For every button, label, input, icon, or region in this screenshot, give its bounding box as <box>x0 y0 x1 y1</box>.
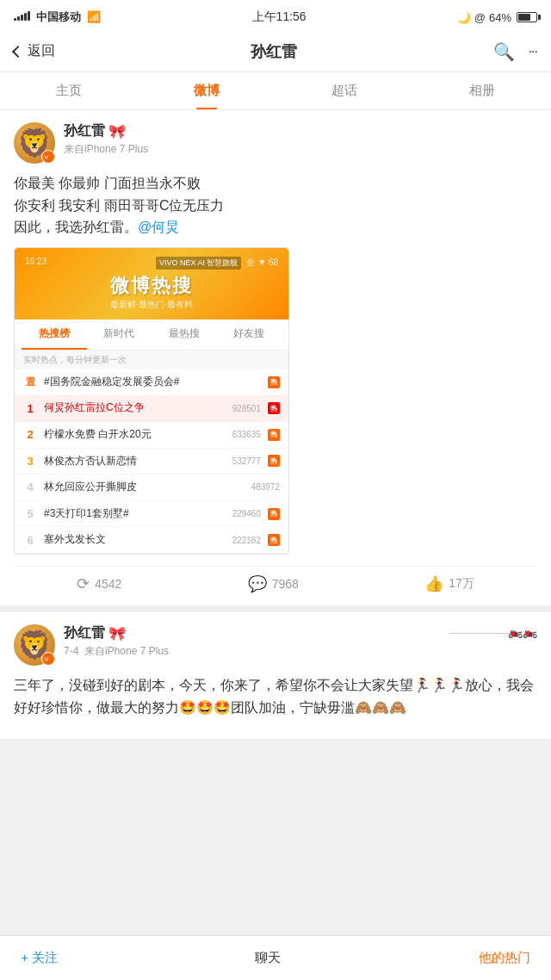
vivo-badge: VIVO NEX AI 智慧旗舰 <box>156 257 242 270</box>
post-header-2: V 孙红雷 🎀 7-4 来自iPhone 7 Plus <box>14 624 537 666</box>
hotlist-rank-4: 4 <box>23 481 37 493</box>
hotlist-rank-2: 2 <box>23 428 37 441</box>
tab-album[interactable]: 相册 <box>413 72 551 109</box>
chevron-left-icon <box>12 45 24 57</box>
hotlist-badge-0: 热 <box>268 376 280 388</box>
avatar-wrap-1: V <box>14 122 55 164</box>
status-carrier: 中国移动 📶 <box>14 9 101 25</box>
repost-count: 4542 <box>95 577 121 591</box>
verify-badge-2: V <box>41 652 55 666</box>
hotlist-item-4: 4 林允回应公开撕脚皮 483972 <box>15 474 288 501</box>
hotlist-item-6: 6 塞外戈发长文 222182 热 <box>15 527 288 554</box>
hotlist-header: 16:23 VIVO NEX AI 智慧旗舰 全 ▼ 68 微博热搜 最新鲜·最… <box>15 248 288 319</box>
hotlist-tab-2: 最热搜 <box>152 319 217 350</box>
post-content-1: 你最美 你最帅 门面担当永不败 你安利 我安利 雨田哥哥C位无压力 因此，我选孙… <box>14 172 537 239</box>
like-icon: 👍 <box>424 574 443 593</box>
hotlist-item-3: 3 林俊杰方否认新恋情 532777 热 <box>15 449 288 475</box>
hotlist-item-text-2: 柠檬水免费 白开水20元 <box>44 428 226 442</box>
tab-weibo[interactable]: 微博 <box>138 72 276 109</box>
hotlist-badge-2: 热 <box>268 429 280 441</box>
hotlist-count-1: 928501 <box>232 404 261 413</box>
hotlist-rank-3: 3 <box>23 455 37 468</box>
comment-icon: 💬 <box>248 574 267 593</box>
hotlist-item-text-4: 林允回应公开撕脚皮 <box>44 481 245 494</box>
feed: V 孙红雷 🎀 来自iPhone 7 Plus 你最美 你最帅 门面担当永不败 … <box>0 110 551 739</box>
post-user-info-2: 孙红雷 🎀 7-4 来自iPhone 7 Plus <box>64 624 537 659</box>
hotlist-tabs: 热搜榜 新时代 最热搜 好友搜 <box>15 319 288 350</box>
post-source-1: 来自iPhone 7 Plus <box>64 142 537 157</box>
post-card-1: V 孙红雷 🎀 来自iPhone 7 Plus 你最美 你最帅 门面担当永不败 … <box>0 110 551 605</box>
hotlist-badge-1: 热 <box>268 402 280 414</box>
hot-posts-button[interactable]: 他的热门 <box>479 950 530 966</box>
verify-badge-1: V <box>41 150 55 164</box>
post-content-2: 三年了，没碰到好的剧本，今天，你来了，希望你不会让大家失望🏃‍♀️🏃‍♀️🏃‍♀… <box>14 674 537 718</box>
post-username-1: 孙红雷 🎀 <box>64 122 537 140</box>
hotlist-item-1: 1 何炅孙红雷拉C位之争 928501 热 <box>15 395 288 422</box>
comment-button[interactable]: 💬 7968 <box>248 574 299 593</box>
nav-bar: 返回 孙红雷 🔍 ··· <box>0 31 551 72</box>
hotlist-count-5: 229460 <box>232 509 261 518</box>
hotlist-badge-3: 热 <box>268 455 280 467</box>
hotlist-items: 置 #国务院金融稳定发展委员会# 热 1 何炅孙红雷拉C位之争 928501 热 <box>15 369 288 554</box>
hotlist-rank-6: 6 <box>23 534 37 547</box>
hotlist-item-text-0: #国务院金融稳定发展委员会# <box>44 375 261 389</box>
chat-button[interactable]: 聊天 <box>255 950 281 966</box>
nav-actions: 🔍 ··· <box>493 41 537 62</box>
hotlist-tab-0: 热搜榜 <box>22 319 87 350</box>
bottom-action-bar: + 关注 聊天 他的热门 <box>0 935 551 980</box>
hotlist-logo: 微博热搜 最新鲜·最热门·最有料 <box>110 273 193 311</box>
more-icon[interactable]: ··· <box>529 44 537 59</box>
post-date-2: 7-4 来自iPhone 7 Plus <box>64 644 537 659</box>
wifi-icon: 📶 <box>87 10 101 23</box>
hotlist-item-text-1: 何炅孙红雷拉C位之争 <box>44 401 226 415</box>
hotlist-badge-5: 热 <box>268 508 280 520</box>
lock-icon: @ <box>474 11 486 24</box>
hotlist-count-4: 483972 <box>251 482 280 492</box>
svg-text:V: V <box>44 655 49 663</box>
back-button[interactable]: 返回 <box>14 42 55 60</box>
hotlist-tab-3: 好友搜 <box>217 319 282 350</box>
hotlist-title: 微博热搜 <box>110 273 193 299</box>
hotlist-subtitle: 最新鲜·最热门·最有料 <box>110 299 193 311</box>
mention-link[interactable]: @何炅 <box>138 220 179 234</box>
hotlist-mini-status: 16:23 VIVO NEX AI 智慧旗舰 全 ▼ 68 <box>25 257 278 270</box>
floating-emoji: 🏍️🏍️ <box>508 624 537 638</box>
follow-button[interactable]: + 关注 <box>21 950 58 966</box>
moon-icon: 🌙 <box>457 11 471 24</box>
post-header-1: V 孙红雷 🎀 来自iPhone 7 Plus <box>14 122 537 164</box>
signal-icon <box>14 10 30 21</box>
hotlist-rank-0: 置 <box>23 375 37 388</box>
hotlist-item-text-6: 塞外戈发长文 <box>44 533 226 547</box>
search-icon[interactable]: 🔍 <box>493 41 515 62</box>
tab-home[interactable]: 主页 <box>0 72 138 109</box>
post-actions-1: ⟳ 4542 💬 7968 👍 17万 <box>14 565 537 593</box>
hotlist-count-3: 532777 <box>232 456 261 466</box>
svg-text:V: V <box>44 153 49 161</box>
repost-icon: ⟳ <box>77 574 90 593</box>
post-image-hotlist[interactable]: 16:23 VIVO NEX AI 智慧旗舰 全 ▼ 68 微博热搜 最新鲜·最… <box>14 247 289 555</box>
like-button[interactable]: 👍 17万 <box>424 574 474 593</box>
hotlist-tab-1: 新时代 <box>87 319 152 350</box>
hotlist-item-2: 2 柠檬水免费 白开水20元 633635 热 <box>15 422 288 449</box>
status-time: 上午11:56 <box>252 9 306 25</box>
like-count: 17万 <box>449 576 474 592</box>
hotlist-rank-5: 5 <box>23 507 37 520</box>
tab-chahua[interactable]: 超话 <box>276 72 413 109</box>
hotlist-screenshot: 16:23 VIVO NEX AI 智慧旗舰 全 ▼ 68 微博热搜 最新鲜·最… <box>15 248 288 554</box>
hotlist-count-6: 222182 <box>232 536 261 545</box>
post-card-2: 🏍️🏍️ V 孙红雷 🎀 7-4 来自iPhone 7 Plus <box>0 612 551 739</box>
battery-percent: 64% <box>489 11 511 24</box>
repost-button[interactable]: ⟳ 4542 <box>77 574 121 593</box>
username-emoji-1: 🎀 <box>108 123 126 140</box>
avatar-wrap-2: V <box>14 624 55 666</box>
profile-tabs: 主页 微博 超话 相册 <box>0 72 551 110</box>
hotlist-item-text-3: 林俊杰方否认新恋情 <box>44 455 226 468</box>
comment-count: 7968 <box>272 577 299 591</box>
nav-title: 孙红雷 <box>251 41 297 62</box>
status-right: 🌙 @ 64% <box>457 11 537 24</box>
hotlist-badge-6: 热 <box>268 534 280 546</box>
hotlist-item-0: 置 #国务院金融稳定发展委员会# 热 <box>15 369 288 396</box>
post-user-info-1: 孙红雷 🎀 来自iPhone 7 Plus <box>64 122 537 157</box>
username-emoji-2: 🎀 <box>108 625 126 642</box>
hotlist-update-info: 实时热点，每分钟更新一次 <box>15 350 288 369</box>
